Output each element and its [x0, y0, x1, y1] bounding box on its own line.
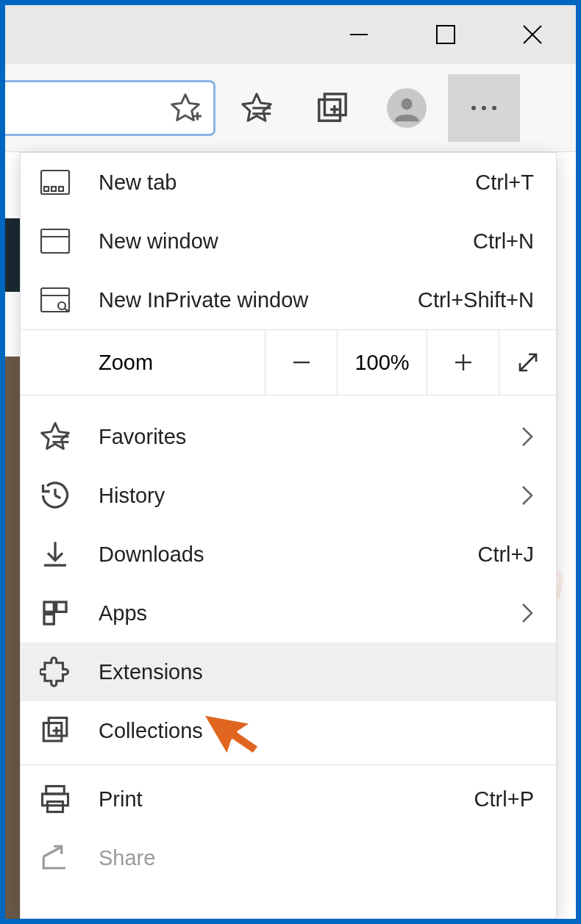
page-background [5, 218, 20, 292]
menu-item-history[interactable]: History [21, 466, 556, 525]
inprivate-icon [34, 279, 76, 321]
zoom-value: 100% [337, 330, 427, 395]
share-icon [34, 837, 76, 879]
history-icon [34, 474, 76, 517]
settings-menu: New tab Ctrl+T New window Ctrl+N New InP… [20, 152, 557, 919]
browser-toolbar [5, 64, 576, 152]
maximize-button[interactable] [402, 5, 489, 64]
svg-rect-42 [49, 718, 67, 737]
menu-item-print[interactable]: Print Ctrl+P [21, 770, 556, 828]
svg-point-16 [482, 106, 486, 110]
svg-rect-46 [43, 794, 68, 806]
window-icon [34, 220, 76, 262]
svg-point-26 [58, 302, 65, 309]
menu-item-label: New window [99, 229, 473, 254]
menu-item-new-inprivate[interactable]: New InPrivate window Ctrl+Shift+N [21, 271, 556, 329]
menu-item-label: Extensions [99, 660, 534, 684]
zoom-out-button[interactable] [265, 330, 337, 395]
menu-item-label: Share [99, 846, 534, 870]
menu-item-shortcut: Ctrl+N [473, 229, 534, 254]
svg-rect-38 [44, 602, 54, 612]
menu-item-extensions[interactable]: Extensions [21, 642, 556, 701]
svg-line-35 [55, 495, 60, 498]
menu-item-collections[interactable]: Collections [21, 701, 556, 760]
close-button[interactable] [489, 5, 576, 64]
menu-item-label: Downloads [99, 542, 477, 567]
add-favorite-icon[interactable] [169, 92, 202, 124]
chevron-right-icon [521, 484, 534, 506]
svg-rect-40 [44, 615, 54, 624]
menu-item-share[interactable]: Share [21, 828, 556, 887]
favorites-button[interactable] [223, 74, 290, 142]
menu-item-downloads[interactable]: Downloads Ctrl+J [21, 525, 556, 584]
new-tab-icon [34, 161, 76, 204]
svg-rect-21 [59, 187, 63, 191]
zoom-label: Zoom [21, 330, 265, 395]
collections-icon [34, 709, 76, 752]
zoom-control: Zoom 100% [21, 329, 556, 395]
menu-item-favorites[interactable]: Favorites [21, 407, 556, 466]
menu-item-shortcut: Ctrl+J [477, 542, 534, 567]
chevron-right-icon [521, 426, 534, 448]
menu-item-shortcut: Ctrl+Shift+N [418, 288, 534, 312]
menu-separator [21, 764, 556, 765]
menu-item-label: Apps [99, 601, 521, 626]
favorites-icon [34, 415, 76, 458]
menu-item-label: Favorites [99, 425, 521, 449]
menu-item-label: New tab [99, 171, 475, 195]
svg-rect-41 [43, 723, 62, 742]
minimize-button[interactable] [316, 5, 402, 64]
menu-item-label: History [99, 484, 521, 508]
profile-button[interactable] [373, 74, 441, 142]
extensions-icon [34, 651, 76, 693]
svg-rect-1 [437, 26, 455, 43]
print-icon [34, 778, 76, 820]
window-titlebar [5, 5, 576, 64]
fullscreen-button[interactable] [499, 330, 556, 395]
menu-item-new-tab[interactable]: New tab Ctrl+T [21, 153, 556, 212]
menu-item-label: Print [99, 787, 474, 812]
svg-line-30 [520, 354, 536, 370]
svg-rect-39 [57, 602, 66, 612]
page-background [5, 357, 20, 923]
svg-point-14 [401, 98, 412, 109]
svg-rect-19 [44, 187, 49, 191]
downloads-icon [34, 533, 76, 576]
address-bar[interactable] [5, 80, 215, 136]
collections-button[interactable] [298, 74, 366, 142]
svg-point-15 [471, 106, 476, 110]
menu-item-new-window[interactable]: New window Ctrl+N [21, 212, 556, 271]
chevron-right-icon [521, 602, 534, 624]
menu-item-shortcut: Ctrl+P [474, 787, 534, 812]
menu-item-label: New InPrivate window [99, 288, 418, 312]
more-menu-button[interactable] [448, 74, 520, 142]
menu-item-label: Collections [99, 719, 534, 743]
menu-item-apps[interactable]: Apps [21, 584, 556, 642]
svg-rect-22 [41, 229, 69, 253]
svg-point-17 [492, 106, 496, 110]
apps-icon [34, 592, 76, 634]
svg-rect-20 [51, 187, 56, 191]
svg-rect-47 [48, 802, 63, 812]
menu-item-shortcut: Ctrl+T [475, 171, 534, 195]
zoom-in-button[interactable] [427, 330, 499, 395]
